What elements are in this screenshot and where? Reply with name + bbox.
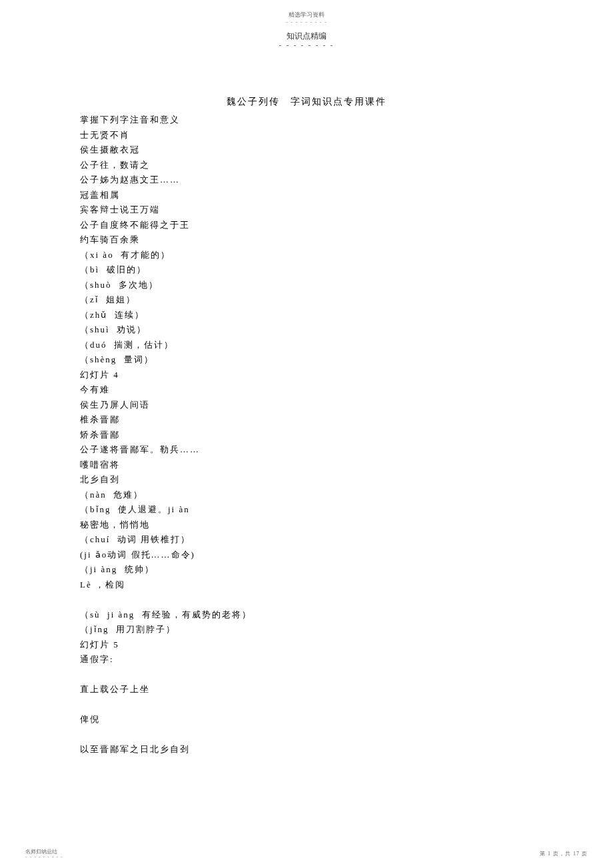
header-top: 精选学习资料 - - - - - - - - - — [286, 11, 327, 24]
content-line: （jǐng 用刀割脖子） — [80, 622, 533, 638]
blank-line — [80, 697, 533, 713]
content-line: 秘密地，悄悄地 — [80, 518, 533, 533]
content-line: 矫杀晋鄙 — [80, 428, 533, 443]
content-line: （nàn 危难） — [80, 488, 533, 503]
content-line: Lè ，检阅 — [80, 578, 533, 593]
content-line: 侯生乃屏人间语 — [80, 398, 533, 413]
content-line: 直上载公子上坐 — [80, 682, 533, 697]
content-line: 幻灯片 5 — [80, 638, 533, 653]
content-line: 公子姊为赵惠文王…… — [80, 173, 533, 188]
blank-line — [80, 667, 533, 683]
header-sub-dashes: - - - - - - - - — [279, 43, 334, 48]
blank-line — [80, 727, 533, 743]
page-title: 魏公子列传 字词知识点专用课件 — [227, 96, 386, 108]
content-line: 公子遂将晋鄙军。勒兵…… — [80, 442, 533, 458]
content-line: 幻灯片 4 — [80, 368, 533, 383]
content-line: 公子自度终不能得之于王 — [80, 218, 533, 233]
content-line: （shuì 劝说） — [80, 322, 533, 338]
content-line: 今有难 — [80, 382, 533, 398]
content-line: 北乡自刭 — [80, 472, 533, 488]
content-line: （bì 破旧的） — [80, 262, 533, 278]
content-line: （zhǔ 连续） — [80, 308, 533, 323]
content-line: （bǐng 使人退避。ji àn — [80, 502, 533, 518]
header-top-dashes: - - - - - - - - - — [286, 21, 327, 24]
content-line: （ji àng 统帅） — [80, 562, 533, 578]
content-line: 掌握下列字注音和意义 — [80, 113, 533, 128]
content-line: 椎杀晋鄙 — [80, 412, 533, 428]
content-line: 冠盖相属 — [80, 188, 533, 203]
content-line: （chuí 动词 用铁椎打） — [80, 532, 533, 548]
content-line: 士无贤不肖 — [80, 128, 533, 143]
content-line: 侯生摄敝衣冠 — [80, 143, 533, 158]
footer-right: 第 1 页，共 17 页 — [540, 850, 588, 857]
blank-line — [80, 592, 533, 608]
footer-left-dashes: - - - - - - - - - — [25, 856, 63, 859]
content-body: 掌握下列字注音和意义 士无贤不肖 侯生摄敝衣冠 公子往，数请之 公子姊为赵惠文王… — [80, 113, 533, 757]
content-line: （shèng 量词） — [80, 352, 533, 368]
content-line: 嚄唶宿将 — [80, 458, 533, 473]
content-line: 约车骑百余乘 — [80, 232, 533, 248]
content-line: （duó 揣测，估计） — [80, 338, 533, 353]
content-line: （zǐ 姐姐） — [80, 292, 533, 308]
content-line: 通假字: — [80, 652, 533, 667]
content-line: (ji ǎo动词 假托……命令) — [80, 548, 533, 563]
footer-left: 名师归纳总结 - - - - - - - - - — [25, 848, 63, 859]
content-line: 俾倪 — [80, 712, 533, 727]
header-sub: 知识点精编 - - - - - - - - — [279, 31, 334, 48]
content-line: （sù ji àng 有经验，有威势的老将） — [80, 608, 533, 623]
content-line: 公子往，数请之 — [80, 158, 533, 173]
content-line: （shuò 多次地） — [80, 278, 533, 293]
content-line: （xi ào 有才能的） — [80, 248, 533, 263]
content-line: 以至晋鄙军之日北乡自刭 — [80, 742, 533, 757]
content-line: 宾客辩士说王万端 — [80, 203, 533, 218]
